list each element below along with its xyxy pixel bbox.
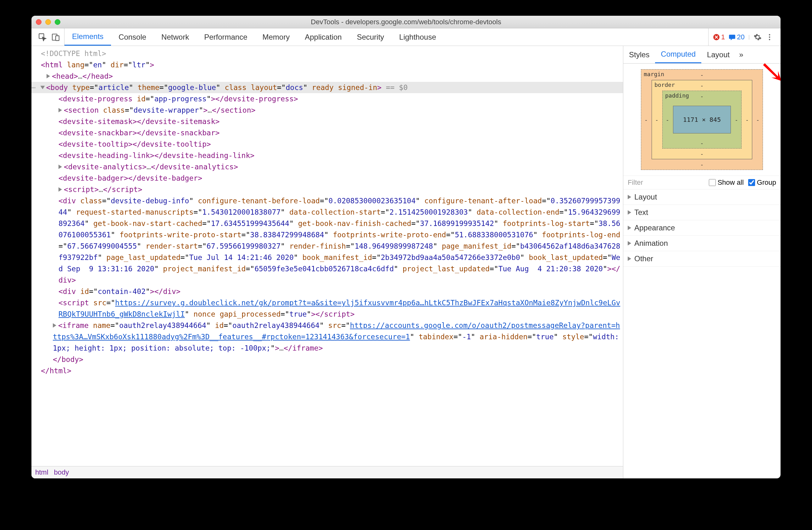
svg-rect-4	[729, 34, 735, 39]
side-tab-layout[interactable]: Layout	[701, 46, 735, 63]
boxmodel-margin-label: margin	[644, 71, 664, 78]
side-tab-more-icon[interactable]: »	[735, 46, 747, 63]
svg-point-5	[769, 34, 770, 35]
svg-point-6	[769, 36, 770, 38]
side-tab-computed[interactable]: Computed	[655, 46, 701, 63]
message-count-badge[interactable]: 20	[729, 33, 744, 41]
boxmodel-content-size: 1171 × 845	[673, 106, 731, 134]
device-toggle-icon[interactable]	[52, 33, 60, 41]
message-count: 20	[737, 33, 744, 41]
elements-panel: <!DOCTYPE html><html lang="en" dir="ltr"…	[31, 46, 623, 478]
tab-console[interactable]: Console	[111, 28, 154, 46]
side-tab-styles[interactable]: Styles	[623, 46, 655, 63]
computed-sections: LayoutTextAppearanceAnimationOther	[623, 190, 781, 478]
error-count: 1	[721, 33, 725, 41]
gear-icon[interactable]	[754, 33, 762, 41]
tab-memory[interactable]: Memory	[255, 28, 298, 46]
svg-rect-2	[56, 36, 59, 40]
dom-tree[interactable]: <!DOCTYPE html><html lang="en" dir="ltr"…	[31, 46, 623, 466]
window-title: DevTools - developers.google.com/web/too…	[31, 18, 781, 26]
computed-section-text[interactable]: Text	[623, 205, 781, 220]
breadcrumb[interactable]: htmlbody	[31, 466, 623, 478]
main-tab-strip: ElementsConsoleNetworkPerformanceMemoryA…	[64, 28, 708, 46]
boxmodel-border-label: border	[654, 82, 675, 88]
computed-section-appearance[interactable]: Appearance	[623, 220, 781, 236]
tab-security[interactable]: Security	[349, 28, 392, 46]
breadcrumb-item[interactable]: html	[35, 468, 48, 476]
callout-arrow-icon	[760, 61, 781, 83]
box-model-diagram[interactable]: margin - - - - border - - - - padding -	[623, 64, 781, 176]
styles-sidebar: StylesComputedLayout» margin - - - - bor…	[623, 46, 781, 478]
tab-lighthouse[interactable]: Lighthouse	[392, 28, 444, 46]
tab-elements[interactable]: Elements	[64, 28, 111, 46]
tab-network[interactable]: Network	[154, 28, 197, 46]
computed-section-other[interactable]: Other	[623, 251, 781, 267]
main-toolbar: ElementsConsoleNetworkPerformanceMemoryA…	[31, 28, 781, 46]
window-titlebar[interactable]: DevTools - developers.google.com/web/too…	[31, 16, 781, 28]
kebab-menu-icon[interactable]	[766, 33, 774, 41]
show-all-checkbox[interactable]: Show all	[709, 179, 744, 187]
tab-performance[interactable]: Performance	[197, 28, 255, 46]
tab-application[interactable]: Application	[297, 28, 349, 46]
group-label: Group	[757, 179, 776, 187]
group-checkbox[interactable]: Group	[748, 179, 776, 187]
boxmodel-padding-label: padding	[665, 92, 689, 99]
error-count-badge[interactable]: 1	[713, 33, 725, 41]
side-tab-strip: StylesComputedLayout»	[623, 46, 781, 64]
show-all-label: Show all	[717, 179, 744, 187]
devtools-window: DevTools - developers.google.com/web/too…	[31, 16, 781, 478]
computed-section-animation[interactable]: Animation	[623, 236, 781, 251]
svg-point-7	[769, 39, 770, 40]
inspect-element-icon[interactable]	[38, 33, 46, 41]
breadcrumb-item[interactable]: body	[54, 468, 69, 476]
computed-section-layout[interactable]: Layout	[623, 190, 781, 205]
filter-input[interactable]: Filter	[628, 179, 643, 187]
computed-filter-row: Filter Show all Group	[623, 176, 781, 190]
